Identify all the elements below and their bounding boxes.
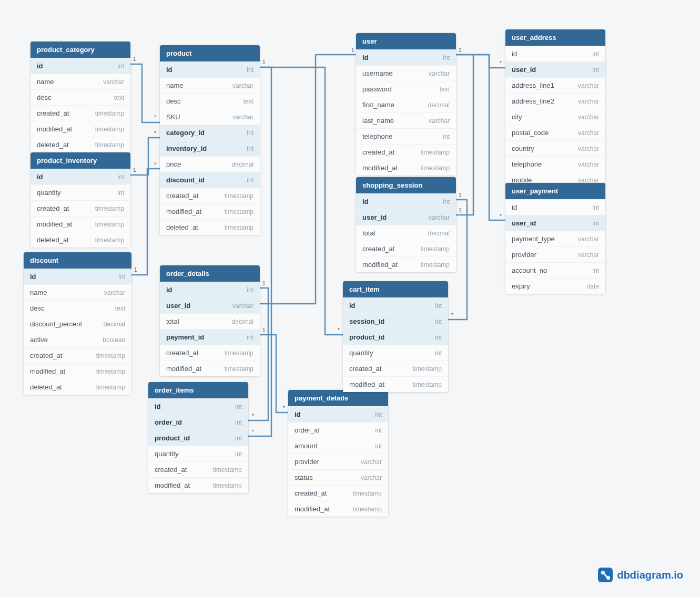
diagram-canvas[interactable]: product_categoryidintnamevarchardesctext… xyxy=(0,0,700,597)
table-row[interactable]: idint xyxy=(356,193,456,209)
table-order_details[interactable]: order_detailsidintuser_idvarchartotaldec… xyxy=(160,265,260,376)
table-row[interactable]: created_attimestamp xyxy=(160,345,260,361)
table-row[interactable]: modified_attimestamp xyxy=(288,501,388,517)
table-row[interactable]: modified_attimestamp xyxy=(31,121,130,137)
table-row[interactable]: passwordtext xyxy=(356,81,456,97)
table-row[interactable]: idint xyxy=(24,269,131,284)
table-row[interactable]: discount_percentdecimal xyxy=(24,316,131,332)
table-row[interactable]: deleted_attimestamp xyxy=(160,219,260,235)
table-row[interactable]: SKUvarchar xyxy=(160,109,260,125)
table-order_items[interactable]: order_itemsidintorder_idintproduct_idint… xyxy=(148,382,248,493)
table-row[interactable]: idint xyxy=(31,169,130,184)
table-row[interactable]: created_attimestamp xyxy=(31,200,130,216)
table-row[interactable]: deleted_attimestamp xyxy=(24,379,131,395)
table-row[interactable]: order_idint xyxy=(148,414,248,430)
table-row[interactable]: pricedecimal xyxy=(160,156,260,172)
table-header[interactable]: shopping_session xyxy=(356,177,456,193)
table-user[interactable]: useridintusernamevarcharpasswordtextfirs… xyxy=(356,33,456,176)
table-row[interactable]: quantityint xyxy=(148,446,248,461)
table-row[interactable]: category_idint xyxy=(160,125,260,140)
table-header[interactable]: order_items xyxy=(148,382,248,398)
table-row[interactable]: product_idint xyxy=(343,329,448,345)
table-row[interactable]: payment_idint xyxy=(160,329,260,345)
table-row[interactable]: telephonevarchar xyxy=(505,156,605,172)
table-row[interactable]: order_idint xyxy=(288,422,388,438)
table-row[interactable]: user_idvarchar xyxy=(356,209,456,225)
table-row[interactable]: idint xyxy=(505,46,605,61)
table-row[interactable]: statusvarchar xyxy=(288,469,388,485)
table-row[interactable]: activeboolean xyxy=(24,332,131,347)
table-row[interactable]: created_attimestamp xyxy=(24,347,131,363)
table-header[interactable]: product_category xyxy=(31,42,130,58)
table-row[interactable]: idint xyxy=(160,282,260,297)
table-product_category[interactable]: product_categoryidintnamevarchardesctext… xyxy=(31,42,130,152)
table-cart_item[interactable]: cart_itemidintsession_idintproduct_idint… xyxy=(343,281,448,392)
table-row[interactable]: countryvarchar xyxy=(505,140,605,156)
table-row[interactable]: payment_typevarchar xyxy=(505,231,605,246)
table-row[interactable]: user_idint xyxy=(505,61,605,77)
table-row[interactable]: quantityint xyxy=(343,345,448,361)
table-product_inventory[interactable]: product_inventoryidintquantityintcreated… xyxy=(31,152,130,248)
table-row[interactable]: deleted_attimestamp xyxy=(31,232,130,248)
table-discount[interactable]: discountidintnamevarchardesctextdiscount… xyxy=(24,252,131,395)
table-row[interactable]: idint xyxy=(505,199,605,215)
table-row[interactable]: desctext xyxy=(24,300,131,316)
table-row[interactable]: idint xyxy=(31,58,130,74)
table-row[interactable]: namevarchar xyxy=(31,74,130,89)
table-row[interactable]: cityvarchar xyxy=(505,109,605,125)
table-row[interactable]: usernamevarchar xyxy=(356,65,456,81)
table-header[interactable]: product xyxy=(160,45,260,61)
table-row[interactable]: expirydate xyxy=(505,278,605,294)
table-row[interactable]: deleted_attimestamp xyxy=(31,137,130,152)
table-row[interactable]: idint xyxy=(288,406,388,422)
table-row[interactable]: discount_idint xyxy=(160,172,260,188)
table-row[interactable]: first_namedecimal xyxy=(356,97,456,112)
table-row[interactable]: address_line2varchar xyxy=(505,93,605,109)
table-row[interactable]: idint xyxy=(343,297,448,313)
table-row[interactable]: product_idint xyxy=(148,430,248,446)
table-header[interactable]: user xyxy=(356,33,456,49)
table-row[interactable]: namevarchar xyxy=(160,77,260,93)
table-row[interactable]: address_line1varchar xyxy=(505,77,605,93)
table-row[interactable]: telephoneint xyxy=(356,128,456,144)
table-row[interactable]: created_attimestamp xyxy=(356,241,456,256)
table-user_payment[interactable]: user_paymentidintuser_idintpayment_typev… xyxy=(505,183,605,294)
table-row[interactable]: session_idint xyxy=(343,313,448,329)
table-shopping_session[interactable]: shopping_sessionidintuser_idvarchartotal… xyxy=(356,177,456,272)
table-row[interactable]: user_idvarchar xyxy=(160,297,260,313)
table-row[interactable]: modified_attimestamp xyxy=(343,376,448,392)
table-row[interactable]: providervarchar xyxy=(505,246,605,262)
table-user_address[interactable]: user_addressidintuser_idintaddress_line1… xyxy=(505,29,605,188)
table-row[interactable]: desctext xyxy=(160,93,260,109)
table-row[interactable]: modified_attimestamp xyxy=(24,363,131,379)
table-row[interactable]: created_attimestamp xyxy=(31,105,130,121)
table-header[interactable]: payment_details xyxy=(288,390,388,406)
table-row[interactable]: postal_codevarchar xyxy=(505,125,605,140)
table-row[interactable]: providervarchar xyxy=(288,454,388,469)
table-row[interactable]: modified_attimestamp xyxy=(31,216,130,232)
table-header[interactable]: cart_item xyxy=(343,281,448,297)
table-row[interactable]: user_idint xyxy=(505,215,605,231)
table-row[interactable]: idint xyxy=(148,398,248,414)
table-row[interactable]: amountint xyxy=(288,438,388,454)
table-row[interactable]: account_noint xyxy=(505,262,605,278)
table-row[interactable]: modified_attimestamp xyxy=(356,160,456,176)
table-row[interactable]: inventory_idint xyxy=(160,140,260,156)
table-row[interactable]: totaldecimal xyxy=(160,313,260,329)
table-row[interactable]: last_namevarchar xyxy=(356,112,456,128)
table-row[interactable]: totaldecimal xyxy=(356,225,456,241)
table-row[interactable]: created_attimestamp xyxy=(343,361,448,376)
table-row[interactable]: modified_attimestamp xyxy=(160,203,260,219)
table-row[interactable]: idint xyxy=(160,61,260,77)
table-row[interactable]: desctext xyxy=(31,89,130,105)
table-header[interactable]: user_payment xyxy=(505,183,605,199)
table-row[interactable]: created_attimestamp xyxy=(288,485,388,501)
table-product[interactable]: productidintnamevarchardesctextSKUvarcha… xyxy=(160,45,260,235)
table-row[interactable]: created_attimestamp xyxy=(148,461,248,477)
table-row[interactable]: created_attimestamp xyxy=(356,144,456,160)
table-header[interactable]: user_address xyxy=(505,29,605,46)
table-payment_details[interactable]: payment_detailsidintorder_idintamountint… xyxy=(288,390,388,517)
table-header[interactable]: order_details xyxy=(160,265,260,282)
table-header[interactable]: product_inventory xyxy=(31,152,130,169)
table-row[interactable]: modified_attimestamp xyxy=(148,477,248,493)
